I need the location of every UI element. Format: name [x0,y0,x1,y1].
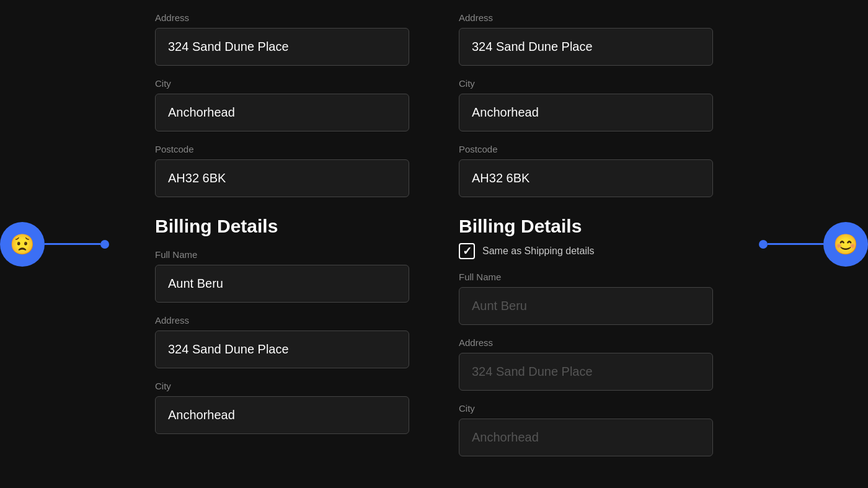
right-sentiment-line [768,243,823,245]
left-address-label: Address [155,12,409,23]
left-billing-address-input[interactable] [155,331,409,368]
left-billing-city-label: City [155,381,409,391]
left-city-label: City [155,78,409,89]
right-postcode-label: Postcode [459,144,713,154]
right-postcode-input[interactable] [459,159,713,197]
left-postcode-input[interactable] [155,159,409,197]
right-billing-address-input[interactable] [459,353,713,391]
right-city-input[interactable] [459,94,713,131]
left-fullname-input[interactable] [155,265,409,303]
left-address-input[interactable] [155,28,409,66]
right-billing-city-input[interactable] [459,419,713,456]
left-billing-title: Billing Details [155,216,409,237]
left-sentiment-dot [100,240,109,249]
happy-face-icon: 😊 [823,222,868,267]
left-postcode-label: Postcode [155,144,409,154]
sad-face-icon: 😟 [0,222,45,267]
right-sentiment-indicator: 😊 [759,222,868,267]
left-fullname-label: Full Name [155,249,409,260]
right-billing-address-label: Address [459,337,713,348]
right-fullname-label: Full Name [459,272,713,282]
right-billing-title: Billing Details [459,216,713,237]
same-as-shipping-label: Same as Shipping details [482,246,595,257]
left-sentiment-line [45,243,100,245]
left-billing-address-label: Address [155,315,409,326]
right-billing-city-label: City [459,403,713,414]
same-as-shipping-row: Same as Shipping details [459,243,713,259]
right-city-label: City [459,78,713,89]
left-city-input[interactable] [155,94,409,131]
right-sentiment-dot [759,240,768,249]
right-address-input[interactable] [459,28,713,66]
left-sentiment-indicator: 😟 [0,222,109,267]
right-fullname-input[interactable] [459,287,713,325]
same-as-shipping-checkbox[interactable] [459,243,475,259]
right-address-label: Address [459,12,713,23]
left-billing-city-input[interactable] [155,396,409,434]
